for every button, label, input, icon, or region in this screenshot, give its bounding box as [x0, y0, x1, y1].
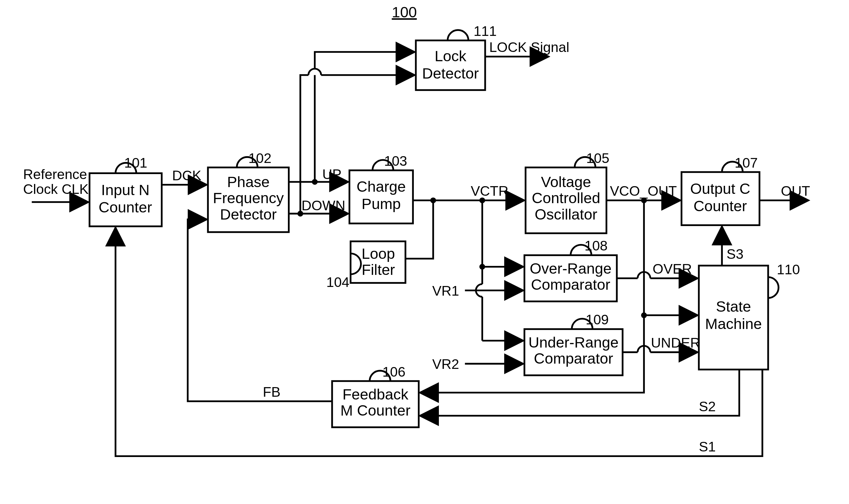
pll-block-diagram: 100 Lock Detector 111 Input N Counter 10…: [0, 0, 849, 504]
svg-text:Comparator: Comparator: [531, 276, 610, 293]
svg-text:Detector: Detector: [220, 206, 277, 223]
svg-text:Frequency: Frequency: [213, 190, 284, 206]
svg-text:Controlled: Controlled: [532, 190, 600, 206]
figure-ref: 100: [392, 4, 417, 20]
svg-text:Machine: Machine: [705, 316, 762, 332]
svg-text:OVER: OVER: [653, 261, 692, 276]
svg-text:Feedback: Feedback: [342, 386, 409, 402]
svg-text:VR1: VR1: [432, 283, 459, 299]
svg-text:Under-Range: Under-Range: [529, 334, 619, 350]
svg-text:Oscillator: Oscillator: [535, 206, 597, 223]
svg-text:VCO_OUT: VCO_OUT: [610, 183, 677, 198]
svg-text:106: 106: [382, 364, 406, 379]
block-phase-frequency-detector: Phase Frequency Detector 102: [208, 150, 288, 232]
signal-under: UNDER: [623, 335, 700, 352]
svg-text:S3: S3: [726, 246, 744, 262]
svg-text:State: State: [716, 298, 751, 315]
signal-dck: DCK: [162, 167, 207, 185]
svg-text:M Counter: M Counter: [340, 402, 410, 419]
svg-text:107: 107: [735, 155, 758, 170]
svg-text:110: 110: [777, 262, 800, 277]
svg-text:Over-Range: Over-Range: [530, 260, 612, 277]
signal-out: OUT: [760, 183, 810, 200]
svg-text:102: 102: [248, 150, 271, 166]
svg-text:Loop: Loop: [361, 245, 395, 262]
svg-text:Counter: Counter: [693, 198, 747, 214]
svg-text:Output C: Output C: [690, 180, 750, 197]
block-input-n-counter: Input N Counter 101: [89, 155, 161, 226]
svg-text:Phase: Phase: [227, 174, 270, 190]
svg-text:Input N: Input N: [101, 181, 150, 198]
block-feedback-m-counter: Feedback M Counter 106: [332, 364, 419, 427]
svg-text:105: 105: [586, 150, 609, 166]
svg-text:DOWN: DOWN: [302, 198, 346, 213]
signal-vctr: VCTR: [406, 183, 525, 341]
svg-text:VCTR: VCTR: [471, 183, 509, 198]
svg-text:Charge: Charge: [357, 178, 406, 195]
svg-text:108: 108: [585, 238, 608, 253]
svg-text:101: 101: [124, 155, 147, 170]
svg-text:Comparator: Comparator: [534, 350, 613, 367]
svg-text:UNDER: UNDER: [651, 335, 700, 350]
block-lock-detector: Lock Detector 111: [416, 23, 496, 90]
svg-text:S2: S2: [699, 399, 716, 414]
block-over-range-comparator: Over-Range Comparator 108: [525, 238, 617, 301]
svg-text:104: 104: [326, 274, 350, 290]
svg-text:VR2: VR2: [432, 356, 459, 372]
svg-text:FB: FB: [263, 384, 281, 399]
svg-text:Detector: Detector: [422, 65, 479, 82]
signal-fb: FB: [188, 219, 332, 401]
block-state-machine: State Machine 110: [699, 262, 800, 370]
signal-over: OVER: [617, 261, 697, 278]
signal-s3: S3: [722, 226, 744, 266]
svg-text:Counter: Counter: [99, 199, 152, 216]
svg-text:Filter: Filter: [361, 261, 395, 278]
svg-text:109: 109: [585, 312, 609, 327]
svg-text:OUT: OUT: [781, 183, 810, 198]
svg-text:103: 103: [384, 153, 407, 168]
svg-text:Reference: Reference: [23, 166, 87, 182]
block-vco: Voltage Controlled Oscillator 105: [526, 150, 609, 233]
svg-text:UP: UP: [322, 166, 341, 182]
svg-text:DCK: DCK: [172, 167, 201, 183]
svg-text:Voltage: Voltage: [541, 174, 591, 190]
svg-text:S1: S1: [699, 439, 716, 454]
svg-text:Pump: Pump: [361, 195, 401, 212]
signal-vco-out: VCO_OUT: [606, 183, 680, 203]
block-output-c-counter: Output C Counter 107: [682, 155, 759, 226]
svg-text:111: 111: [474, 23, 497, 39]
signal-lock: LOCK Signal: [485, 39, 569, 57]
svg-text:Clock CLK: Clock CLK: [23, 181, 89, 197]
block-loop-filter: Loop Filter 104: [326, 241, 406, 290]
signal-vr2: VR2: [432, 356, 523, 372]
svg-text:Lock: Lock: [435, 48, 466, 64]
block-under-range-comparator: Under-Range Comparator 109: [525, 312, 623, 375]
svg-text:LOCK Signal: LOCK Signal: [489, 39, 569, 55]
block-charge-pump: Charge Pump 103: [350, 153, 413, 223]
signal-reference-clock: Reference Clock CLK: [23, 166, 89, 202]
